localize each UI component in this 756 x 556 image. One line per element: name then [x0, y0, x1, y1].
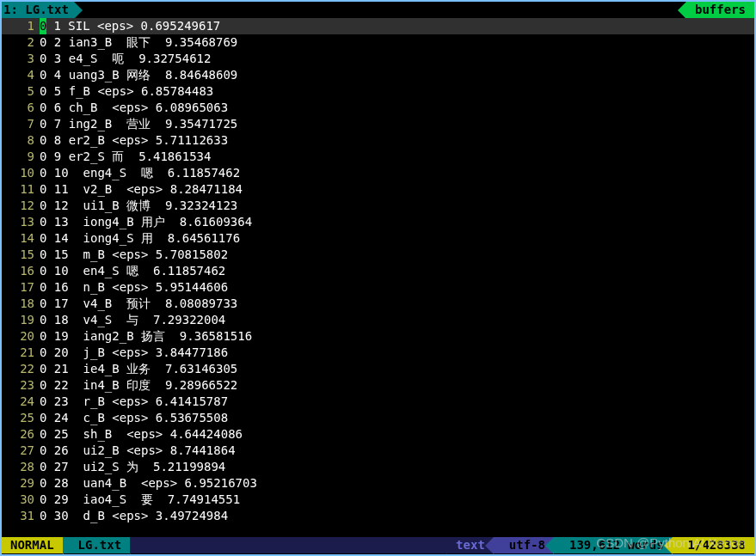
line-number: 19 [2, 312, 40, 328]
editor-line[interactable]: 170 16 n_B <eps> 5.95144606 [2, 279, 754, 296]
line-number: 16 [2, 263, 40, 279]
line-number: 17 [2, 279, 40, 296]
buffers-indicator[interactable]: buffers [686, 2, 754, 18]
editor-line[interactable]: 230 22 in4_B 印度 9.28966522 [2, 377, 754, 394]
editor-line[interactable]: 20 2 ian3_B 眼下 9.35468769 [2, 34, 754, 51]
line-number: 31 [2, 508, 40, 524]
line-content: 0 12 ui1_B 微博 9.32324123 [40, 198, 237, 214]
line-content: 0 8 er2_B <eps> 5.71112633 [40, 132, 228, 149]
file-segment: LG.txt [63, 537, 131, 553]
editor-line[interactable]: 310 30 d_B <eps> 3.49724984 [2, 508, 754, 524]
editor-line[interactable]: 60 6 ch_B <eps> 6.08965063 [2, 100, 754, 116]
line-content: 0 21 ie4_B 业务 7.63146305 [40, 361, 237, 377]
mode-segment: NORMAL [2, 537, 63, 553]
wordcount-text: 139,612 words [569, 537, 664, 553]
line-content: 0 27 ui2_S 为 5.21199894 [40, 459, 225, 475]
line-content: 0 20 j_B <eps> 3.84477186 [40, 345, 228, 361]
editor-line[interactable]: 240 23 r_B <eps> 6.41415787 [2, 394, 754, 410]
tab-filename: LG.txt [25, 3, 69, 16]
line-number: 3 [2, 51, 40, 67]
line-content: 0 11 v2_B <eps> 8.28471184 [40, 181, 243, 198]
line-content: 0 17 v4_B 预计 8.08089733 [40, 296, 237, 312]
line-content: 0 7 ing2_B 营业 9.35471725 [40, 116, 237, 132]
line-content: 0 28 uan4_B <eps> 6.95216703 [40, 475, 257, 492]
line-content: 0 5 f_B <eps> 6.85784483 [40, 83, 213, 100]
line-content: 0 10 en4_S 嗯 6.11857462 [40, 263, 225, 279]
line-number: 9 [2, 149, 40, 165]
line-number: 14 [2, 230, 40, 247]
mode-text: NORMAL [10, 537, 54, 553]
editor-line[interactable]: 130 13 iong4_B 用户 8.61609364 [2, 214, 754, 230]
line-number: 21 [2, 345, 40, 361]
editor-line[interactable]: 190 18 v4_S 与 7.29322004 [2, 312, 754, 328]
line-content: 0 16 n_B <eps> 5.95144606 [40, 279, 228, 296]
line-content: 0 26 ui2_B <eps> 8.7441864 [40, 443, 236, 459]
line-content: 0 4 uang3_B 网络 8.84648609 [40, 67, 237, 83]
editor-line[interactable]: 120 12 ui1_B 微博 9.32324123 [2, 198, 754, 214]
encoding-text: utf-8 [509, 537, 545, 553]
editor-line[interactable]: 200 19 iang2_B 扬言 9.36581516 [2, 328, 754, 345]
line-number: 6 [2, 100, 40, 116]
editor-line[interactable]: 70 7 ing2_B 营业 9.35471725 [2, 116, 754, 132]
line-content: 0 24 c_B <eps> 6.53675508 [40, 410, 228, 426]
line-content: 0 18 v4_S 与 7.29322004 [40, 312, 225, 328]
editor-viewport[interactable]: 10 1 SIL <eps> 0.69524961720 2 ian3_B 眼下… [2, 18, 754, 537]
editor-line[interactable]: 90 9 er2_S 而 5.41861534 [2, 149, 754, 165]
line-content: 0 22 in4_B 印度 9.28966522 [40, 377, 237, 394]
editor-line[interactable]: 80 8 er2_B <eps> 5.71112633 [2, 132, 754, 149]
editor-line[interactable]: 150 15 m_B <eps> 5.70815802 [2, 247, 754, 263]
line-number: 11 [2, 181, 40, 198]
editor-line[interactable]: 260 25 sh_B <eps> 4.64424086 [2, 426, 754, 443]
status-line: NORMAL LG.txt text utf-8 139,612 words 1… [2, 537, 754, 553]
tab-fill [74, 2, 686, 18]
line-number: 1 [2, 18, 40, 34]
position-segment: 1/428338 [673, 537, 754, 553]
tab-active[interactable]: 1: LG.txt [2, 2, 74, 18]
line-content: 0 30 d_B <eps> 3.49724984 [40, 508, 228, 524]
position-text: 1/428338 [688, 537, 746, 553]
editor-line[interactable]: 220 21 ie4_B 业务 7.63146305 [2, 361, 754, 377]
editor-line[interactable]: 210 20 j_B <eps> 3.84477186 [2, 345, 754, 361]
editor-line[interactable]: 40 4 uang3_B 网络 8.84648609 [2, 67, 754, 83]
editor-line[interactable]: 300 29 iao4_S 要 7.74914551 [2, 492, 754, 508]
editor-line[interactable]: 30 3 e4_S 呃 9.32754612 [2, 51, 754, 67]
line-number: 5 [2, 83, 40, 100]
line-number: 8 [2, 132, 40, 149]
line-number: 27 [2, 443, 40, 459]
line-content: 0 23 r_B <eps> 6.41415787 [40, 394, 228, 410]
line-number: 13 [2, 214, 40, 230]
editor-line[interactable]: 250 24 c_B <eps> 6.53675508 [2, 410, 754, 426]
line-content: 0 13 iong4_B 用户 8.61609364 [40, 214, 252, 230]
editor-line[interactable]: 110 11 v2_B <eps> 8.28471184 [2, 181, 754, 198]
line-content: 0 10 eng4_S 嗯 6.11857462 [40, 165, 240, 181]
editor-line[interactable]: 140 14 iong4_S 用 8.64561176 [2, 230, 754, 247]
line-number: 25 [2, 410, 40, 426]
line-content: 0 9 er2_S 而 5.41861534 [40, 149, 211, 165]
tab-bar: 1: LG.txt buffers [2, 2, 754, 18]
line-content: 0 1 SIL <eps> 0.695249617 [40, 18, 220, 34]
line-content: 0 14 iong4_S 用 8.64561176 [40, 230, 240, 247]
line-number: 30 [2, 492, 40, 508]
line-number: 26 [2, 426, 40, 443]
editor-line[interactable]: 290 28 uan4_B <eps> 6.95216703 [2, 475, 754, 492]
editor-line[interactable]: 180 17 v4_B 预计 8.08089733 [2, 296, 754, 312]
line-content: 0 2 ian3_B 眼下 9.35468769 [40, 34, 237, 51]
tab-index: 1 [3, 3, 10, 16]
editor-line[interactable]: 270 26 ui2_B <eps> 8.7441864 [2, 443, 754, 459]
line-number: 2 [2, 34, 40, 51]
file-name: LG.txt [78, 537, 122, 553]
line-number: 29 [2, 475, 40, 492]
editor-line[interactable]: 280 27 ui2_S 为 5.21199894 [2, 459, 754, 475]
line-content: 0 3 e4_S 呃 9.32754612 [40, 51, 211, 67]
line-number: 4 [2, 67, 40, 83]
line-number: 24 [2, 394, 40, 410]
line-content: 0 19 iang2_B 扬言 9.36581516 [40, 328, 252, 345]
line-number: 12 [2, 198, 40, 214]
editor-line[interactable]: 100 10 eng4_S 嗯 6.11857462 [2, 165, 754, 181]
editor-line[interactable]: 50 5 f_B <eps> 6.85784483 [2, 83, 754, 100]
editor-line[interactable]: 160 10 en4_S 嗯 6.11857462 [2, 263, 754, 279]
line-number: 18 [2, 296, 40, 312]
line-content: 0 25 sh_B <eps> 4.64424086 [40, 426, 243, 443]
editor-line[interactable]: 10 1 SIL <eps> 0.695249617 [2, 18, 754, 34]
line-number: 22 [2, 361, 40, 377]
